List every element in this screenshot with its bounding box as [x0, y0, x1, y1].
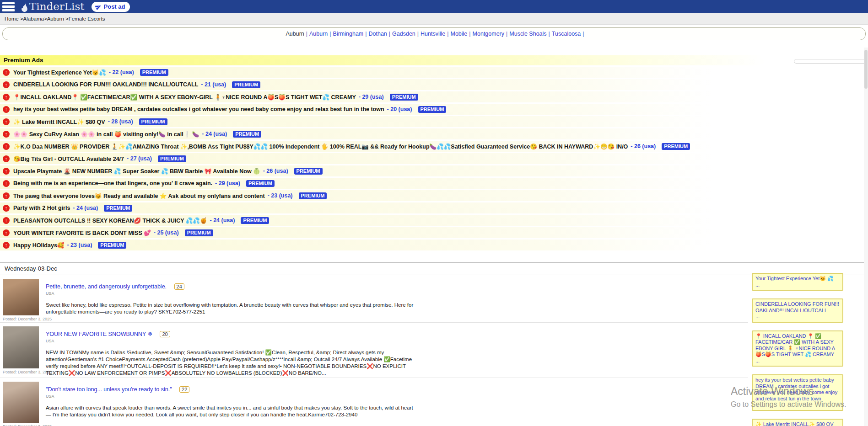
city-link[interactable]: Dothan [369, 31, 387, 37]
post-ad-label: Post ad [104, 3, 125, 10]
sidebar-ad-ellipsis: ... [755, 282, 840, 288]
bump-up-icon: ↑ [3, 81, 10, 88]
city-link[interactable]: Montgomery [473, 31, 504, 37]
premium-ad-title[interactable]: PLEASANTON OUTCALLS !! SEXY KOREAN💋 THIC… [13, 217, 207, 224]
listing-thumbnail[interactable] [3, 279, 39, 315]
premium-ad-age-meta: - 29 (usa) [359, 94, 384, 100]
sidebar-ad-title[interactable]: CINDERELLA LOOKING FOR FUN!!! OAKLAND!!!… [755, 301, 839, 313]
listing-thumbnail[interactable] [3, 382, 39, 423]
listing-thumb-column: Posted: December 3, 2025 [3, 279, 46, 321]
sidebar-ad-box[interactable]: hey its your best wettes petite baby DRE… [752, 374, 843, 411]
premium-badge: PREMIUM [233, 131, 261, 138]
sidebar-ad-box[interactable]: ✨ Lake Merritt INCALL✨ $80 QV ... [752, 419, 843, 426]
city-links-box: Auburn | Auburn | Birmingham | Dothan | … [2, 27, 866, 40]
menu-icon[interactable] [2, 2, 15, 11]
bump-up-icon: ↑ [3, 131, 10, 138]
bump-up-icon: ↑ [3, 242, 10, 249]
premium-ad-age-meta: - 29 (usa) [215, 180, 240, 186]
premium-ad-title[interactable]: The pawg that everyone loves😼 Ready and … [13, 192, 265, 199]
listing-title-link[interactable]: Petite, brunette, and dangerously unforg… [46, 283, 167, 290]
sidebar-ad-box[interactable]: CINDERELLA LOOKING FOR FUN!!! OAKLAND!!!… [752, 298, 843, 323]
premium-ad-title[interactable]: ✨K.O Daa NUMBER 👑 PROVIDER 🧎✨💦AMAZING Th… [13, 143, 628, 150]
listings-column: Posted: December 3, 2025 Petite, brunett… [0, 275, 748, 426]
premium-ad-title[interactable]: YOUR WINTER FAVORITE IS BACK DONT MISS 💕 [13, 229, 151, 236]
post-ad-button[interactable]: Post ad [92, 2, 130, 12]
premium-ad-title[interactable]: 😘Big Tits Girl - OUTCALL Available 24/7 [13, 155, 124, 162]
listings-list: Posted: December 3, 2025 Petite, brunett… [0, 275, 748, 426]
premium-badge: PREMIUM [139, 118, 167, 125]
page: TinderList Post ad Home >Alabama>Auburn … [0, 0, 868, 426]
age-badge: 22 [179, 386, 189, 393]
premium-ad-age-meta: - 24 (usa) [210, 217, 235, 224]
premium-ad-title[interactable]: 🌸🌸 Sexy CuRvy Asian 🌸🌸 in call 🍑 visitin… [13, 131, 199, 138]
premium-ad-row: ↑ Your Tightest Experience Yet😼💦 - 22 (u… [0, 67, 868, 78]
bump-up-icon: ↑ [3, 205, 10, 212]
bump-up-icon: ↑ [3, 69, 10, 76]
city-separator: | [306, 31, 307, 37]
premium-ad-title[interactable]: Party with 2 Hot girls [13, 205, 70, 211]
premium-ad-age-meta: - 21 (usa) [201, 81, 226, 88]
listing-thumbnail[interactable] [3, 326, 39, 368]
sidebar-ad-title[interactable]: hey its your best wettes petite baby DRE… [755, 377, 837, 401]
listing-item: Posted: December 3, 2025 YOUR NEW FAVORI… [0, 323, 748, 378]
city-link[interactable]: Muscle Shoals [509, 31, 546, 37]
listing-title-link[interactable]: "Don't stare too long... unless you're r… [46, 386, 172, 393]
premium-ad-title[interactable]: Upscale Playmate 🌋 NEW NUMBER 💦 Super So… [13, 168, 260, 175]
premium-badge: PREMIUM [140, 69, 168, 76]
city-link[interactable]: Birmingham [333, 31, 364, 37]
breadcrumb-text[interactable]: Home >Alabama>Auburn >Female Escorts [5, 16, 105, 21]
sidebar-ad-box[interactable]: Your Tightest Experience Yet😼 💦 ... [752, 273, 843, 291]
premium-sidebar: Your Tightest Experience Yet😼 💦 ... CIND… [752, 273, 843, 426]
listing-thumb-column: Posted: December 3, 2025 [3, 382, 46, 426]
age-badge: 24 [174, 283, 184, 290]
premium-ad-title[interactable]: 📍INCALL OAKLAND📍 ✅FACETIME/CAR✅ WITH A S… [13, 94, 356, 101]
premium-ad-row: ↑ PLEASANTON OUTCALLS !! SEXY KOREAN💋 TH… [0, 215, 868, 226]
listing-description: Sweet like honey, bold like espresso. Pe… [46, 302, 414, 315]
premium-badge: PREMIUM [662, 143, 690, 150]
premium-ad-age-meta: - 22 (usa) [109, 69, 134, 75]
scrollbar-track[interactable] [864, 48, 868, 426]
menu-bar [2, 2, 15, 5]
site-logo[interactable]: TinderList [20, 1, 85, 12]
premium-ad-row: ↑ hey its your best wettes petite baby D… [0, 104, 868, 115]
premium-badge: PREMIUM [241, 217, 269, 224]
premium-ad-title[interactable]: Your Tightest Experience Yet😼💦 [13, 69, 106, 76]
sidebar-ad-box[interactable]: 📍 INCALL OAKLAND 📍 ✅ FACETIME/CAR ✅ WITH… [752, 330, 843, 367]
premium-badge: PREMIUM [185, 229, 213, 236]
city-link[interactable]: Auburn [309, 31, 328, 37]
premium-ad-title[interactable]: hey its your best wettes petite baby DRE… [13, 106, 384, 112]
bump-up-icon: ↑ [3, 217, 10, 224]
sidebar-ad-ellipsis: ... [755, 402, 840, 408]
listing-title-link[interactable]: YOUR NEW FAVORITE SNOWBUNNY ❄ [46, 331, 152, 337]
listing-title-row: Petite, brunette, and dangerously unforg… [46, 282, 414, 290]
premium-ad-row: ↑ Party with 2 Hot girls - 24 (usa) PREM… [0, 202, 868, 213]
premium-ad-age-meta: - 24 (usa) [73, 205, 98, 211]
sidebar-ad-title[interactable]: Your Tightest Experience Yet😼 💦 [755, 276, 834, 281]
premium-ad-row: ↑ The pawg that everyone loves😼 Ready an… [0, 190, 868, 201]
bump-up-icon: ↑ [3, 192, 10, 199]
scrollbar-thumb[interactable] [864, 50, 868, 89]
city-separator: | [447, 31, 448, 37]
sidebar-ad-title[interactable]: 📍 INCALL OAKLAND 📍 ✅ FACETIME/CAR ✅ WITH… [755, 333, 835, 357]
logo-text: TinderList [29, 1, 85, 12]
sidebar-ad-title[interactable]: ✨ Lake Merritt INCALL✨ $80 QV [755, 421, 834, 426]
premium-ad-title[interactable]: CINDERELLA LOOKING FOR FUN!!! OAKLAND!!!… [13, 81, 198, 88]
premium-ad-title[interactable]: Happy HOlidays🥰 [13, 242, 64, 249]
premium-ad-age-meta: - 20 (usa) [387, 106, 412, 112]
premium-badge: PREMIUM [294, 168, 323, 175]
paper-plane-icon [95, 4, 102, 10]
city-separator: | [582, 31, 584, 37]
city-link[interactable]: Huntsville [421, 31, 445, 37]
premium-ad-title[interactable]: ✨ Lake Merritt INCALL✨ $80 QV [13, 118, 105, 125]
city-link[interactable]: Gadsden [392, 31, 415, 37]
premium-ad-age-meta: - 27 (usa) [127, 155, 152, 162]
premium-ad-title[interactable]: Being with me is an experience—one that … [13, 180, 212, 186]
city-separator: | [506, 31, 507, 37]
posted-date: Posted: December 3, 2025 [3, 424, 46, 426]
listing-description: Asian allure with curves that speak loud… [46, 405, 414, 418]
city-separator: | [469, 31, 470, 37]
city-link[interactable]: Tuscaloosa [552, 31, 581, 37]
city-link[interactable]: Mobile [450, 31, 467, 37]
bump-up-icon: ↑ [3, 106, 10, 113]
premium-ad-row: ↑ ✨K.O Daa NUMBER 👑 PROVIDER 🧎✨💦AMAZING … [0, 141, 868, 152]
